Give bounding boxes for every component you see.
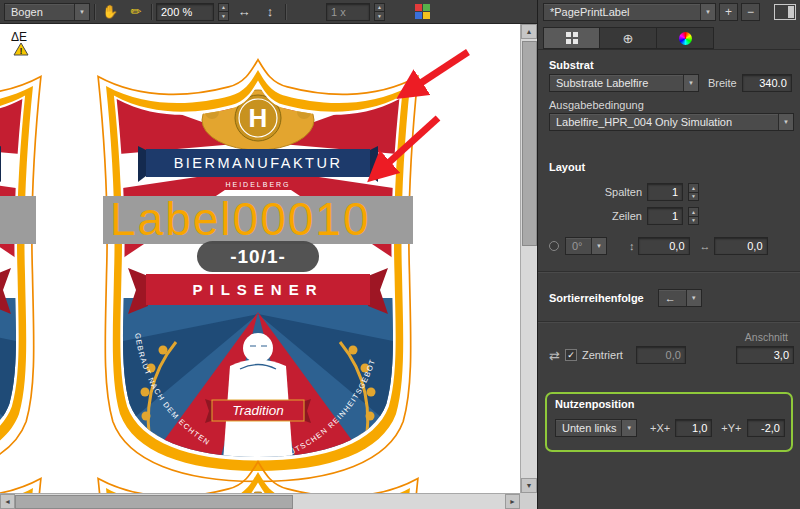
panel-toggle-icon[interactable] xyxy=(774,4,796,20)
bleed-field[interactable]: 3,0 xyxy=(736,346,794,364)
y-offset-field[interactable]: -2,0 xyxy=(747,419,785,437)
tradition-ribbon: Tradition xyxy=(205,399,311,423)
columns-spinner[interactable]: ▲ ▼ xyxy=(688,183,699,201)
columns-row: Spalten 1 ▲ ▼ xyxy=(549,183,699,201)
position-row: Unten links ▼ +X+ 1,0 +Y+ -2,0 xyxy=(555,419,785,437)
substrate-row: Substrate Labelfire ▼ Breite 340.0 xyxy=(549,74,794,92)
horizontal-scrollbar[interactable]: ◄ ► xyxy=(0,493,520,509)
vertical-gap-field[interactable]: 0,0 xyxy=(638,237,690,255)
spin-down-icon[interactable]: ▼ xyxy=(689,192,698,201)
page-canvas[interactable]: H BIERMANUFAKTUR HEIDELBERG xyxy=(0,24,520,493)
chevron-down-icon[interactable]: ▼ xyxy=(700,4,715,20)
vertical-gap-icon: ↕ xyxy=(629,240,635,252)
scroll-right-button[interactable]: ► xyxy=(505,494,520,509)
rotation-gap-row: 0° ▼ ↕ 0,0 ↔ 0,0 xyxy=(549,237,794,255)
x-offset-field[interactable]: 1,0 xyxy=(675,419,712,437)
rows-field[interactable]: 1 xyxy=(647,207,683,225)
pencil-icon: ✏ xyxy=(131,4,142,19)
vertical-scroll-thumb[interactable] xyxy=(522,41,537,246)
horizontal-scroll-thumb[interactable] xyxy=(15,495,293,509)
columns-field[interactable]: 1 xyxy=(647,183,683,201)
sheet-dropdown[interactable]: Bogen ▼ xyxy=(4,3,90,21)
count-badge-text: -10/1- xyxy=(230,246,286,267)
vertical-scrollbar[interactable]: ▲ ▼ xyxy=(520,24,537,493)
rotation-radio[interactable] xyxy=(549,241,559,251)
angle-dropdown[interactable]: 0° ▼ xyxy=(565,237,607,255)
output-condition-row: Labelfire_HPR_004 Only Simulation ▼ xyxy=(549,113,794,131)
center-offset-field[interactable]: 0,0 xyxy=(636,346,686,364)
spin-up-icon[interactable]: ▲ xyxy=(375,4,384,12)
chevron-down-icon[interactable]: ▼ xyxy=(683,75,698,91)
fit-width-button[interactable]: ↔ xyxy=(233,2,255,22)
toolbar-separator xyxy=(151,4,152,20)
color-channels-button[interactable] xyxy=(411,2,433,22)
tab-registration[interactable]: ⊕ xyxy=(600,27,657,49)
preset-dropdown[interactable]: *PagePrintLabel ▼ xyxy=(543,3,716,21)
horizontal-gap-field[interactable]: 0,0 xyxy=(714,237,768,255)
centered-checkbox[interactable]: ✓ xyxy=(565,349,577,361)
check-icon: ✓ xyxy=(567,350,575,360)
repeat-spinner[interactable]: ▲ ▼ xyxy=(374,3,385,21)
center-row: ⇄ ✓ Zentriert 0,0 3,0 xyxy=(549,346,794,364)
zoom-spinner[interactable]: ▲ ▼ xyxy=(218,3,229,21)
add-preset-button[interactable]: + xyxy=(719,3,738,21)
sort-order-dropdown[interactable]: ← ▼ xyxy=(658,289,702,307)
scroll-right-icon: ► xyxy=(509,498,516,505)
spin-down-icon[interactable]: ▼ xyxy=(375,11,384,20)
spin-down-icon[interactable]: ▼ xyxy=(219,11,228,20)
color-wheel-icon xyxy=(679,32,692,45)
spin-up-icon[interactable]: ▲ xyxy=(689,184,698,192)
spin-up-icon[interactable]: ▲ xyxy=(689,208,698,216)
spin-up-icon[interactable]: ▲ xyxy=(219,4,228,12)
plus-icon: + xyxy=(725,5,732,19)
scroll-down-button[interactable]: ▼ xyxy=(521,478,537,493)
pan-tool-button[interactable]: ✋ xyxy=(99,2,121,22)
remove-preset-button[interactable]: − xyxy=(741,3,760,21)
tradition-text: Tradition xyxy=(232,403,284,418)
horizontal-gap-icon: ↔ xyxy=(700,240,711,252)
scroll-left-icon: ◄ xyxy=(4,498,11,505)
rows-label: Zeilen xyxy=(612,210,642,222)
beer-label[interactable]: H BIERMANUFAKTUR HEIDELBERG xyxy=(95,60,421,482)
chevron-down-icon[interactable]: ▼ xyxy=(591,238,606,254)
row-marker-band: Label00010 xyxy=(103,193,413,245)
chevron-down-icon[interactable]: ▼ xyxy=(74,4,89,20)
chevron-down-icon[interactable]: ▼ xyxy=(778,114,793,130)
repeat-input[interactable]: 1 x xyxy=(326,3,370,21)
width-label: Breite xyxy=(708,77,737,89)
scroll-down-icon: ▼ xyxy=(526,482,533,489)
position-section: Nutzenposition Unten links ▼ +X+ 1,0 +Y+… xyxy=(545,392,793,452)
spread-icon: ⇄ xyxy=(549,348,560,363)
width-field[interactable]: 340.0 xyxy=(742,74,792,92)
substrate-dropdown[interactable]: Substrate Labelfire ▼ xyxy=(549,74,699,92)
edit-tool-button[interactable]: ✏ xyxy=(125,2,147,22)
scroll-up-icon: ▲ xyxy=(526,28,533,35)
canvas-viewport[interactable]: H BIERMANUFAKTUR HEIDELBERG xyxy=(0,24,520,493)
scroll-left-button[interactable]: ◄ xyxy=(0,494,15,509)
zoom-input[interactable]: 200 % xyxy=(156,3,214,21)
output-condition-dropdown[interactable]: Labelfire_HPR_004 Only Simulation ▼ xyxy=(549,113,794,131)
rows-spinner[interactable]: ▲ ▼ xyxy=(688,207,699,225)
columns-label: Spalten xyxy=(605,186,642,198)
anchor-dropdown[interactable]: Unten links ▼ xyxy=(555,419,637,437)
substrate-dropdown-value: Substrate Labelfire xyxy=(550,77,654,89)
count-badge: -10/1- xyxy=(197,241,319,272)
bleed-label: Anschnitt xyxy=(728,331,788,343)
chevron-down-icon[interactable]: ▼ xyxy=(686,290,701,306)
brand-text: BIERMANUFAKTUR xyxy=(174,155,343,171)
spin-down-icon[interactable]: ▼ xyxy=(689,216,698,225)
fit-height-icon: ↕ xyxy=(267,4,274,19)
grid-icon xyxy=(566,32,578,44)
panel-tabs: ⊕ xyxy=(543,27,714,49)
tabs-divider xyxy=(538,49,800,50)
chevron-down-icon[interactable]: ▼ xyxy=(621,420,636,436)
scroll-up-button[interactable]: ▲ xyxy=(521,24,537,39)
label-id-overlay: Label00010 xyxy=(110,193,370,245)
minus-icon: − xyxy=(747,5,754,19)
color-channels-icon xyxy=(415,4,430,19)
tab-layout[interactable] xyxy=(543,27,600,49)
tab-color[interactable] xyxy=(657,27,714,49)
fit-width-icon: ↔ xyxy=(238,4,251,19)
output-condition-label: Ausgabebedingung xyxy=(549,99,644,111)
fit-height-button[interactable]: ↕ xyxy=(259,2,281,22)
